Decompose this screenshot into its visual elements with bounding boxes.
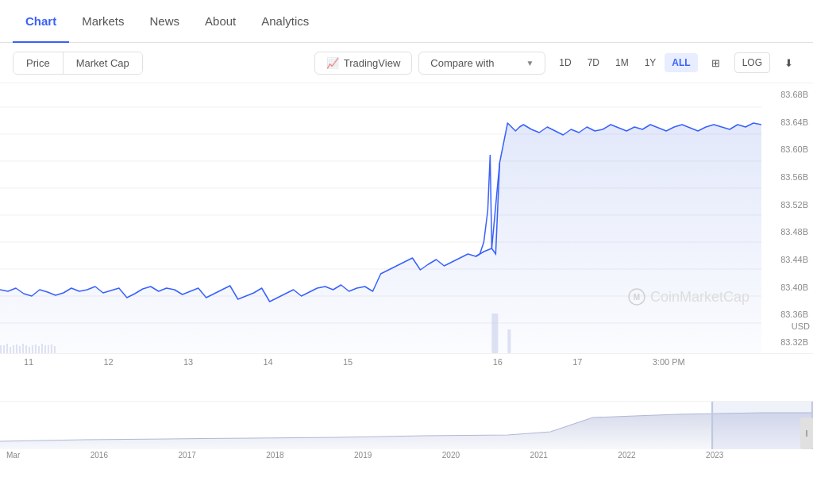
svg-text:M: M — [634, 293, 640, 302]
price-marketcap-toggle: Price Market Cap — [13, 52, 143, 75]
svg-rect-18 — [22, 344, 24, 353]
mini-label-2022: 2022 — [618, 451, 635, 460]
x-label-13: 13 — [183, 357, 193, 367]
mini-label-2020: 2020 — [442, 451, 460, 460]
y-label-6: 83.44B — [761, 255, 813, 264]
mini-label-2021: 2021 — [530, 451, 548, 460]
y-label-9: 83.32B — [761, 337, 813, 347]
y-axis-labels: 83.68B 83.64B 83.60B 83.56B 83.52B 83.48… — [761, 83, 813, 353]
svg-rect-32 — [711, 402, 713, 449]
svg-rect-31 — [711, 402, 813, 449]
trading-view-label: TradingView — [344, 57, 401, 69]
x-label-time: 3:00 PM — [653, 357, 685, 367]
chart-inner: 83.68B 83.64B 83.60B 83.56B 83.52B 83.48… — [0, 83, 813, 353]
svg-rect-13 — [6, 344, 8, 353]
nav-item-news[interactable]: News — [137, 0, 193, 43]
nav-bar: Chart Markets News About Analytics — [0, 0, 813, 43]
svg-rect-16 — [16, 344, 17, 353]
download-icon: ⬇ — [784, 57, 793, 69]
market-cap-button[interactable]: Market Cap — [63, 52, 142, 74]
svg-rect-15 — [13, 345, 14, 353]
x-axis-spacer — [755, 357, 807, 367]
y-label-3: 83.56B — [761, 172, 813, 182]
mini-label-mar: Mar — [6, 451, 20, 460]
time-btn-7d[interactable]: 7D — [580, 53, 607, 72]
calendar-icon: ⊞ — [711, 57, 720, 69]
svg-rect-20 — [29, 347, 30, 353]
y-label-7: 83.40B — [761, 283, 813, 292]
nav-label-markets: Markets — [82, 14, 124, 28]
nav-item-markets[interactable]: Markets — [69, 0, 137, 43]
nav-item-analytics[interactable]: Analytics — [249, 0, 322, 43]
mini-label-2018: 2018 — [266, 451, 283, 460]
svg-rect-24 — [41, 344, 43, 353]
nav-label-chart: Chart — [25, 14, 56, 28]
compare-with-label: Compare with — [430, 57, 494, 69]
time-btn-all[interactable]: ALL — [665, 53, 697, 72]
scroll-handle[interactable]: ‖ — [800, 417, 813, 449]
y-label-5: 83.48B — [761, 227, 813, 237]
svg-rect-14 — [10, 347, 11, 353]
chart-line-icon: 📈 — [326, 57, 339, 69]
download-button[interactable]: ⬇ — [776, 51, 800, 75]
price-button[interactable]: Price — [13, 52, 63, 74]
svg-rect-19 — [25, 345, 27, 353]
svg-rect-26 — [48, 345, 49, 353]
x-axis: 11 12 13 14 15 16 17 3:00 PM — [0, 353, 813, 370]
x-label-16: 16 — [493, 357, 503, 367]
mini-chart-container: Mar 2016 2017 2018 2019 2020 2021 2022 2… — [0, 401, 813, 464]
time-btn-1m[interactable]: 1M — [608, 53, 636, 72]
svg-rect-17 — [19, 346, 21, 353]
usd-label: USD — [792, 321, 810, 331]
svg-rect-21 — [32, 345, 33, 353]
x-label-15: 15 — [343, 357, 353, 367]
main-chart-container: 83.68B 83.64B 83.60B 83.56B 83.52B 83.48… — [0, 83, 813, 401]
mini-label-2023: 2023 — [706, 451, 723, 460]
chevron-down-icon: ▼ — [526, 59, 534, 67]
calendar-icon-button[interactable]: ⊞ — [704, 51, 728, 75]
y-label-8: 83.36B — [761, 310, 813, 319]
mini-label-end — [794, 451, 807, 460]
x-label-17: 17 — [572, 357, 582, 367]
mini-chart-svg — [0, 402, 813, 449]
svg-rect-11 — [0, 345, 2, 353]
coinmarketcap-logo-icon: M — [628, 288, 645, 306]
svg-rect-27 — [51, 344, 52, 353]
svg-rect-10 — [507, 329, 511, 353]
nav-label-analytics: Analytics — [261, 14, 309, 28]
x-label-12: 12 — [104, 357, 114, 367]
svg-rect-22 — [35, 344, 37, 353]
trading-view-button[interactable]: 📈 TradingView — [314, 52, 413, 75]
nav-item-about[interactable]: About — [192, 0, 249, 43]
y-label-4: 83.52B — [761, 200, 813, 210]
svg-rect-25 — [44, 345, 46, 353]
time-btn-1y[interactable]: 1Y — [638, 53, 664, 72]
mini-label-2019: 2019 — [354, 451, 372, 460]
svg-rect-23 — [38, 346, 40, 353]
y-label-1: 83.64B — [761, 117, 813, 127]
mini-chart-labels: Mar 2016 2017 2018 2019 2020 2021 2022 2… — [0, 449, 813, 461]
nav-item-chart[interactable]: Chart — [13, 0, 69, 43]
watermark: M CoinMarketCap — [628, 288, 749, 306]
nav-label-about: About — [205, 14, 236, 28]
watermark-text: CoinMarketCap — [650, 289, 749, 306]
toolbar: Price Market Cap 📈 TradingView Compare w… — [0, 43, 813, 83]
compare-with-dropdown[interactable]: Compare with ▼ — [418, 52, 545, 75]
log-button[interactable]: LOG — [734, 52, 770, 73]
x-label-11: 11 — [24, 357, 33, 367]
price-chart-svg — [0, 83, 761, 353]
mini-label-2016: 2016 — [91, 451, 108, 460]
time-btn-1d[interactable]: 1D — [552, 53, 578, 72]
time-range-buttons: 1D 7D 1M 1Y ALL — [552, 53, 697, 72]
svg-rect-12 — [3, 345, 5, 353]
y-label-2: 83.60B — [761, 144, 813, 154]
mini-label-2017: 2017 — [179, 451, 196, 460]
y-label-0: 83.68B — [761, 90, 813, 99]
svg-rect-9 — [491, 314, 498, 353]
nav-label-news: News — [150, 14, 180, 28]
x-label-14: 14 — [264, 357, 273, 367]
svg-rect-28 — [54, 346, 56, 353]
